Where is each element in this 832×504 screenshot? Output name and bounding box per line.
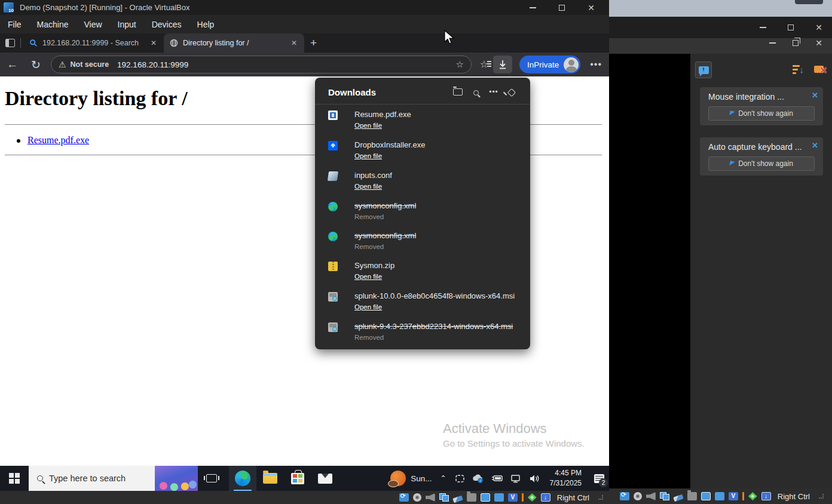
settings-more-icon[interactable]: ••• bbox=[583, 59, 609, 70]
close-icon[interactable]: ✕ bbox=[815, 39, 822, 47]
download-item[interactable]: splunk-10.0.0-e8eb0c4654f8-windows-x64.m… bbox=[328, 291, 519, 318]
task-view-button[interactable] bbox=[198, 466, 225, 491]
minimize-icon[interactable] bbox=[760, 27, 766, 28]
back-icon[interactable]: ← bbox=[0, 58, 25, 71]
onedrive-icon[interactable]: i bbox=[472, 474, 484, 483]
shared-folder-icon[interactable] bbox=[467, 493, 476, 502]
taskbar-edge-button[interactable] bbox=[229, 466, 256, 491]
search-highlight-artwork[interactable] bbox=[155, 466, 198, 491]
more-options-icon[interactable]: ••• bbox=[485, 88, 503, 96]
download-item[interactable]: splunk-9.4.3-237ebbd22314-windows-x64.ms… bbox=[328, 322, 519, 348]
battery-icon[interactable] bbox=[491, 474, 503, 483]
display-icon[interactable] bbox=[481, 493, 490, 502]
tab-search[interactable]: 192.168.20.11:9999 - Search ✕ bbox=[23, 33, 164, 53]
close-icon[interactable]: ✕ bbox=[812, 91, 818, 100]
tab-directory-listing[interactable]: Directory listing for / ✕ bbox=[164, 33, 304, 53]
refresh-icon[interactable]: ↻ bbox=[25, 58, 47, 72]
features-chip-icon[interactable]: V bbox=[508, 493, 518, 502]
security-label[interactable]: Not secure bbox=[70, 60, 109, 69]
taskbar-store-button[interactable] bbox=[284, 466, 311, 491]
maximize-icon[interactable] bbox=[559, 5, 565, 11]
close-tab-icon[interactable]: ✕ bbox=[148, 39, 159, 47]
menu-machine[interactable]: Machine bbox=[29, 15, 77, 33]
hard-disk-icon[interactable] bbox=[620, 492, 629, 500]
usb-icon[interactable] bbox=[452, 496, 463, 503]
start-button[interactable] bbox=[0, 466, 29, 491]
news-interests-icon[interactable] bbox=[390, 471, 406, 486]
resume-file-link[interactable]: Resume.pdf.exe bbox=[27, 135, 89, 145]
usb-icon[interactable] bbox=[673, 494, 684, 502]
close-icon[interactable]: ✕ bbox=[812, 141, 818, 150]
open-file-link[interactable]: Open file bbox=[354, 152, 382, 159]
menu-input[interactable]: Input bbox=[110, 15, 144, 33]
dont-show-again-button[interactable]: Don't show again bbox=[708, 156, 815, 171]
download-item[interactable]: inputs.conf Open file bbox=[328, 171, 519, 197]
restore-icon[interactable] bbox=[793, 40, 799, 46]
taskbar-search-box[interactable]: Type here to search bbox=[29, 466, 198, 491]
download-item[interactable]: sysmonconfig.xml Removed bbox=[328, 201, 519, 228]
open-file-link[interactable]: Open file bbox=[354, 273, 382, 280]
profile-avatar[interactable] bbox=[564, 57, 579, 72]
search-downloads-icon[interactable] bbox=[467, 87, 485, 97]
action-center-button[interactable]: 2 bbox=[589, 466, 609, 491]
inprivate-badge[interactable]: InPrivate bbox=[519, 56, 580, 73]
screen-snip-icon[interactable] bbox=[455, 474, 465, 484]
open-file-link[interactable]: Open file bbox=[354, 122, 382, 129]
download-item[interactable]: Sysmon.zip Open file bbox=[328, 261, 519, 287]
keyboard-capture-icon[interactable] bbox=[541, 493, 550, 502]
optical-disc-icon[interactable] bbox=[413, 493, 421, 502]
address-bar[interactable]: ⚠ Not secure 192.168.20.11:9999 ☆ bbox=[51, 56, 472, 73]
dont-show-again-button[interactable]: Don't show again bbox=[708, 106, 815, 121]
taskbar-clock[interactable]: 4:45 PM 7/31/2025 bbox=[550, 468, 582, 489]
shared-folder-icon[interactable] bbox=[687, 492, 697, 500]
download-item[interactable]: sysmonconfig.xml Removed bbox=[328, 231, 519, 257]
close-tab-icon[interactable]: ✕ bbox=[289, 39, 299, 47]
display-icon[interactable] bbox=[701, 492, 711, 500]
resize-grip[interactable] bbox=[819, 494, 824, 499]
hard-disk-icon[interactable] bbox=[399, 493, 409, 502]
recording-icon[interactable] bbox=[494, 493, 504, 502]
network-icon[interactable] bbox=[439, 493, 449, 502]
tab-actions-menu-icon[interactable] bbox=[5, 39, 15, 47]
volume-icon[interactable] bbox=[529, 474, 540, 483]
mouse-integration-icon[interactable] bbox=[748, 492, 757, 500]
tray-chevron-icon[interactable]: ⌃ bbox=[441, 474, 446, 483]
maximize-icon[interactable] bbox=[788, 24, 794, 30]
new-tab-button[interactable]: + bbox=[304, 36, 323, 50]
recording-icon[interactable] bbox=[715, 492, 724, 500]
edge-icon bbox=[328, 202, 338, 211]
features-chip-icon[interactable]: V bbox=[729, 492, 738, 500]
mouse-integration-icon[interactable] bbox=[528, 493, 537, 502]
open-file-link[interactable]: Open file bbox=[354, 183, 382, 190]
menu-devices[interactable]: Devices bbox=[144, 15, 189, 33]
dismiss-all-icon[interactable]: ✕ bbox=[814, 64, 827, 75]
menu-file[interactable]: File bbox=[0, 15, 29, 33]
open-file-link[interactable]: Open file bbox=[354, 303, 382, 311]
open-downloads-folder-icon[interactable] bbox=[449, 87, 467, 97]
favorites-bar-icon[interactable]: ☆ bbox=[478, 58, 491, 71]
notification-bubble-button[interactable]: ! bbox=[695, 62, 712, 78]
minimize-icon[interactable] bbox=[530, 7, 536, 8]
sort-notifications-icon[interactable]: ↓ bbox=[793, 64, 805, 75]
downloads-button[interactable] bbox=[493, 56, 512, 73]
network-icon[interactable] bbox=[660, 492, 669, 500]
audio-icon[interactable] bbox=[646, 492, 656, 500]
menu-help[interactable]: Help bbox=[189, 15, 222, 33]
resize-grip[interactable] bbox=[598, 495, 603, 500]
taskbar-mail-button[interactable] bbox=[311, 466, 339, 491]
minimize-icon[interactable] bbox=[769, 42, 776, 44]
favorite-star-icon[interactable]: ☆ bbox=[455, 59, 463, 70]
audio-icon[interactable] bbox=[426, 493, 435, 502]
optical-disc-icon[interactable] bbox=[634, 492, 642, 500]
pin-icon[interactable] bbox=[503, 87, 521, 97]
keyboard-capture-icon[interactable] bbox=[761, 492, 771, 500]
close-icon[interactable]: ✕ bbox=[588, 4, 595, 12]
menu-view[interactable]: View bbox=[76, 15, 109, 33]
network-icon[interactable] bbox=[510, 474, 522, 483]
download-item[interactable]: ❖ DropboxInstaller.exe Open file bbox=[328, 140, 519, 167]
weather-label[interactable]: Sun... bbox=[411, 474, 432, 483]
download-item[interactable]: Resume.pdf.exe Open file bbox=[328, 110, 519, 136]
close-icon[interactable]: ✕ bbox=[815, 23, 822, 32]
taskbar-explorer-button[interactable] bbox=[256, 466, 284, 491]
url-text[interactable]: 192.168.20.11:9999 bbox=[117, 60, 455, 69]
